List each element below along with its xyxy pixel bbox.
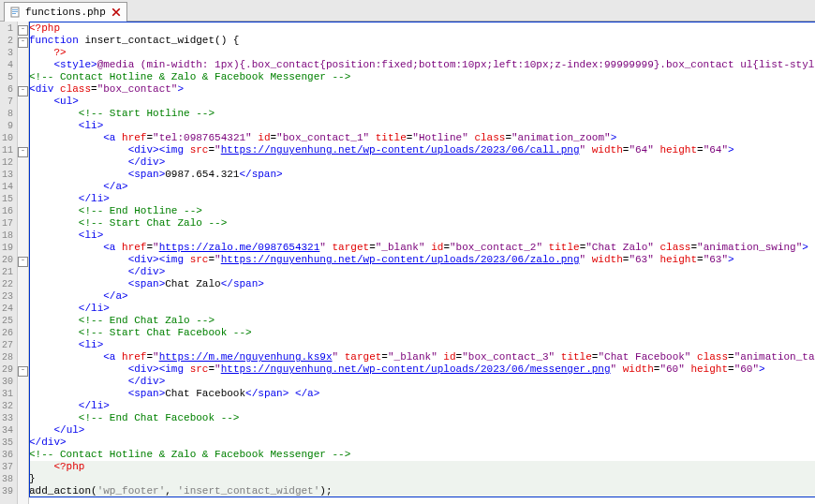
line-number: 3 [2,47,13,59]
code-line[interactable]: ?> [29,47,815,59]
code-line[interactable]: <div><img src="https://nguyenhung.net/wp… [29,144,815,156]
code-line[interactable]: <!-- Start Chat Facebook --> [29,327,815,339]
svg-rect-1 [12,9,18,10]
line-number: 25 [2,315,13,327]
code-line[interactable]: <?php [29,461,815,473]
code-line[interactable]: <!-- Contact Hotline & Zalo & Facebook M… [29,71,815,83]
line-number: 38 [2,473,13,485]
file-tab[interactable]: functions.php [4,2,127,22]
line-number: 10 [2,132,13,144]
line-number: 22 [2,278,13,290]
line-number: 14 [2,181,13,193]
php-file-icon [10,7,22,18]
line-number: 15 [2,193,13,205]
line-number: 32 [2,400,13,412]
editor-area: 1234567891011121314151617181920212223242… [0,22,815,504]
line-number: 11 [2,144,13,156]
svg-rect-2 [12,11,18,12]
code-line[interactable]: </div> [29,156,815,169]
line-number: 21 [2,266,13,278]
close-icon[interactable] [111,7,121,17]
line-number: 12 [2,156,13,169]
code-line[interactable]: <!-- Contact Hotline & Zalo & Facebook M… [29,449,815,461]
line-number: 24 [2,303,13,315]
line-number: 26 [2,327,13,339]
line-number: 8 [2,108,13,120]
line-number: 28 [2,351,13,363]
code-line[interactable]: <style>@media (min-width: 1px){.box_cont… [29,59,815,71]
code-line[interactable]: <a href="tel:0987654321" id="box_contact… [29,132,815,144]
line-number: 36 [2,449,13,461]
code-line[interactable]: </div> [29,266,815,278]
line-number: 4 [2,59,13,71]
code-line[interactable]: </a> [29,181,815,193]
code-line[interactable]: <li> [29,120,815,132]
tab-bar: functions.php [0,0,815,22]
code-line[interactable]: <div><img src="https://nguyenhung.net/wp… [29,363,815,376]
code-line[interactable]: function insert_contact_widget() { [29,35,815,47]
fold-toggle[interactable]: - [18,257,28,267]
line-number: 37 [2,461,13,473]
line-number: 27 [2,339,13,351]
code-line[interactable]: <?php [29,22,815,35]
line-number: 18 [2,230,13,242]
line-number: 16 [2,205,13,217]
code-line[interactable]: <div><img src="https://nguyenhung.net/wp… [29,254,815,266]
code-line[interactable]: </ul> [29,424,815,437]
fold-column: ------ [18,22,29,504]
line-number: 35 [2,437,13,449]
line-number: 13 [2,169,13,181]
line-number: 31 [2,388,13,400]
code-line[interactable]: <ul> [29,96,815,108]
svg-rect-3 [12,13,16,14]
code-line[interactable]: <span>0987.654.321</span> [29,169,815,181]
code-line[interactable]: } [29,473,815,485]
code-line[interactable]: <span>Chat Facebook</span> </a> [29,388,815,400]
code-line[interactable]: </div> [29,437,815,449]
code-line[interactable]: </li> [29,400,815,412]
code-line[interactable]: </li> [29,193,815,205]
line-number: 17 [2,217,13,230]
line-number: 19 [2,242,13,254]
line-number-gutter: 1234567891011121314151617181920212223242… [0,22,18,504]
code-line[interactable]: <a href="https://zalo.me/0987654321" tar… [29,242,815,254]
code-line[interactable]: <!-- End Hotline --> [29,205,815,217]
tab-filename: functions.php [25,7,106,18]
fold-toggle[interactable]: - [18,37,28,48]
code-view[interactable]: <?phpfunction insert_contact_widget() { … [29,22,815,497]
line-number: 6 [2,83,13,96]
code-line[interactable]: </a> [29,290,815,303]
fold-toggle[interactable]: - [18,86,28,96]
line-number: 29 [2,363,13,376]
line-number: 33 [2,412,13,424]
code-line[interactable]: <!-- End Chat Facebook --> [29,412,815,424]
code-line[interactable]: <span>Chat Zalo</span> [29,278,815,290]
fold-toggle[interactable]: - [18,147,28,157]
line-number: 1 [2,22,13,35]
fold-toggle[interactable]: - [18,366,28,377]
line-number: 2 [2,35,13,47]
line-number: 34 [2,424,13,437]
code-line[interactable]: <!-- End Chat Zalo --> [29,315,815,327]
line-number: 39 [2,485,13,497]
line-number: 23 [2,290,13,303]
line-number: 30 [2,376,13,388]
line-number: 9 [2,120,13,132]
code-line[interactable]: add_action('wp_footer', 'insert_contact_… [29,485,815,497]
line-number: 5 [2,71,13,83]
code-line[interactable]: <!-- Start Hotline --> [29,108,815,120]
code-line[interactable]: <li> [29,339,815,351]
code-line[interactable]: <div class="box_contact"> [29,83,815,96]
line-number: 20 [2,254,13,266]
code-line[interactable]: <!-- Start Chat Zalo --> [29,217,815,230]
code-line[interactable]: <a href="https://m.me/nguyenhung.ks9x" t… [29,351,815,363]
code-line[interactable]: </li> [29,303,815,315]
code-line[interactable]: <li> [29,230,815,242]
line-number: 7 [2,96,13,108]
code-line[interactable]: </div> [29,376,815,388]
